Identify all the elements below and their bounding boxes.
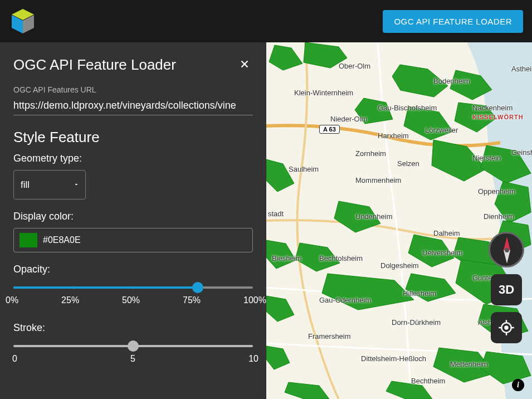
app-header: OGC API FEATURE LOADER (0, 0, 532, 42)
place-label: Undenheim (355, 212, 393, 221)
close-icon (238, 58, 251, 70)
place-label: Harxheim (378, 132, 409, 140)
geometry-type-dropdown[interactable]: fill (14, 171, 85, 199)
place-label: Ober-Olm (339, 62, 370, 70)
place-label: Oppenheim (478, 187, 515, 196)
place-label: Saulheim (289, 165, 319, 173)
place-label: Dittelsheim-Heßloch (361, 354, 426, 363)
place-label: Gau-Odernheim (319, 296, 371, 304)
place-label: Selzen (397, 159, 419, 168)
opacity-slider[interactable]: 0% 25% 50% 75% 100% (13, 286, 253, 305)
stroke-label: Stroke: (13, 322, 253, 334)
stroke-tick-labels: 0 5 10 (12, 354, 258, 364)
svg-point-8 (505, 327, 508, 329)
compass-button[interactable] (489, 232, 524, 267)
place-label: Gau-Bischofsheim (378, 104, 437, 112)
place-label: Uelversheim (422, 249, 462, 257)
place-label: Nackenheim (472, 104, 513, 112)
opacity-slider-thumb[interactable] (192, 282, 203, 293)
opacity-tick-labels: 0% 25% 50% 75% 100% (6, 295, 266, 305)
url-input[interactable] (13, 96, 253, 115)
color-input[interactable] (43, 235, 247, 245)
place-label: Framersheim (308, 332, 351, 340)
place-label: KISSELWÖRTH (472, 114, 524, 120)
style-section-title: Style Feature (13, 129, 253, 146)
place-label: Zornheim (355, 149, 386, 158)
close-button[interactable] (236, 56, 253, 74)
place-label: Dalheim (433, 229, 460, 237)
opacity-label: Opacity: (13, 264, 253, 275)
color-field[interactable] (13, 228, 253, 252)
locate-button[interactable] (491, 312, 522, 343)
place-label: Astheim (511, 65, 532, 73)
place-label: Biesheim (272, 254, 301, 262)
map-controls: 3D (489, 232, 524, 343)
place-label: Nieder-Olm (330, 115, 367, 123)
panel-header: OGC API Feature Loader (13, 56, 253, 74)
app-logo (9, 7, 37, 35)
crosshair-icon (498, 319, 515, 336)
place-label: Geinsheim am ... (511, 148, 532, 157)
info-button[interactable]: i (512, 379, 524, 391)
place-label: Mettenheim (450, 360, 488, 368)
stroke-slider-thumb[interactable] (128, 340, 139, 352)
place-label: Nierstein (472, 154, 501, 162)
place-label: stadt (268, 210, 284, 218)
geometry-type-label: Geometry type: (13, 153, 253, 164)
url-field-label: OGC API Features URL (13, 85, 253, 94)
place-label: Klein-Winternheim (294, 89, 353, 97)
map-viewport[interactable]: Ober-OlmBodenheimNackenheimGau-Bischofsh… (266, 42, 532, 399)
place-label: Bechtolsheim (319, 254, 363, 262)
panel-title: OGC API Feature Loader (13, 56, 176, 74)
display-color-label: Display color: (13, 211, 253, 222)
stroke-slider[interactable]: 0 5 10 (13, 345, 253, 364)
place-label: Lörzweiler (425, 126, 458, 134)
place-label: Dolgesheim (380, 261, 419, 270)
place-label: Hillesheim (403, 289, 436, 298)
color-swatch[interactable] (19, 233, 37, 247)
place-label: Dienheim (484, 212, 514, 221)
place-label: Bechtheim (411, 377, 445, 385)
place-label: Bodenheim (433, 77, 470, 85)
svg-point-6 (505, 248, 509, 252)
geometry-type-select[interactable]: fill (13, 170, 86, 199)
compass-icon (490, 233, 524, 267)
place-label: Dorn-Dürkheim (392, 318, 441, 327)
feature-loader-button[interactable]: OGC API FEATURE LOADER (383, 10, 523, 33)
feature-loader-panel: OGC API Feature Loader OGC API Features … (0, 42, 266, 399)
view-mode-button[interactable]: 3D (491, 274, 522, 305)
highway-badge: A 63 (319, 125, 340, 134)
place-label: Mommenheim (355, 176, 401, 184)
